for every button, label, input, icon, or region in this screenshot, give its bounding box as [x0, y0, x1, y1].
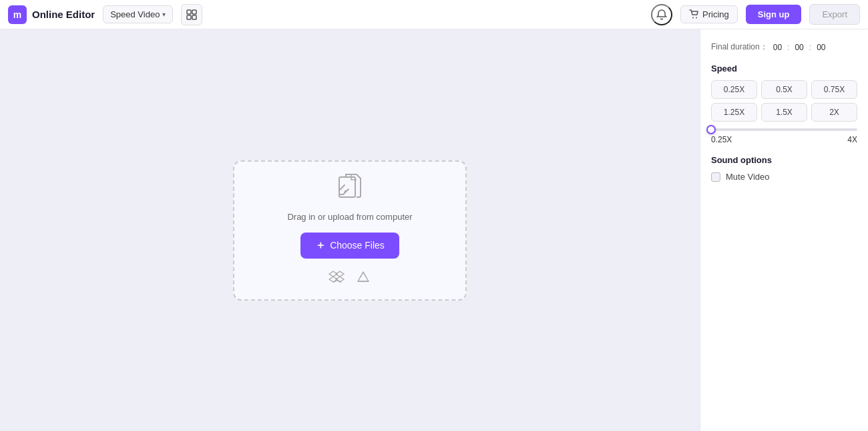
grid-view-button[interactable]: [181, 4, 202, 25]
sound-options-section: Sound options Mute Video: [711, 155, 857, 182]
header: m Online Editor Speed Video ▾: [0, 0, 868, 29]
choose-files-label: Choose Files: [330, 240, 385, 251]
bell-icon: [656, 9, 668, 21]
app-title: Online Editor: [32, 9, 95, 20]
speed-min-label: 0.25X: [711, 135, 732, 144]
duration-seconds: 00: [817, 43, 825, 52]
pricing-button[interactable]: Pricing: [680, 5, 738, 23]
pricing-label: Pricing: [702, 9, 729, 19]
right-panel: Final duration： 00 : 00 : 00 Speed 0.25X…: [700, 29, 868, 431]
upload-file-icon: [335, 172, 365, 201]
chevron-down-icon: ▾: [162, 11, 166, 18]
mute-video-label: Mute Video: [726, 172, 770, 182]
choose-files-button[interactable]: ＋ Choose Files: [300, 233, 399, 259]
speed-buttons-grid: 0.25X 0.5X 0.75X 1.25X 1.5X 2X: [711, 80, 857, 122]
svg-rect-3: [192, 15, 196, 19]
cart-icon: [689, 9, 699, 19]
duration-hours: 00: [773, 43, 782, 52]
speed-slider-container: [711, 128, 857, 131]
speed-range-row: 0.25X 4X: [711, 135, 857, 144]
header-right: Pricing Sign up Export: [651, 4, 860, 25]
speed-btn-075[interactable]: 0.75X: [811, 80, 857, 99]
notification-button[interactable]: [651, 4, 672, 25]
final-duration-row: Final duration： 00 : 00 : 00: [711, 41, 857, 53]
speed-btn-125[interactable]: 1.25X: [711, 103, 757, 122]
svg-rect-2: [187, 15, 191, 19]
speed-max-label: 4X: [847, 135, 857, 144]
speed-btn-2[interactable]: 2X: [811, 103, 857, 122]
export-label: Export: [822, 9, 847, 19]
canvas-area: Drag in or upload from computer ＋ Choose…: [0, 29, 700, 431]
upload-service-icons: [329, 269, 371, 289]
google-drive-icon[interactable]: [355, 269, 371, 289]
final-duration-label: Final duration：: [711, 41, 768, 53]
speed-btn-15[interactable]: 1.5X: [761, 103, 807, 122]
logo-icon: m: [8, 5, 27, 24]
main-content: Drag in or upload from computer ＋ Choose…: [0, 29, 868, 431]
speed-btn-05[interactable]: 0.5X: [761, 80, 807, 99]
speed-section-title: Speed: [711, 63, 857, 74]
plus-icon: ＋: [315, 239, 326, 253]
svg-point-4: [692, 17, 694, 19]
svg-point-5: [696, 17, 697, 19]
duration-sep-1: :: [787, 43, 789, 52]
duration-minutes: 00: [795, 43, 803, 52]
speed-btn-025[interactable]: 0.25X: [711, 80, 757, 99]
sound-section-title: Sound options: [711, 155, 857, 165]
drag-upload-text: Drag in or upload from computer: [287, 212, 412, 222]
grid-icon: [186, 9, 197, 20]
svg-rect-0: [187, 10, 191, 14]
speed-video-label: Speed Video: [110, 9, 160, 19]
dropbox-icon[interactable]: [329, 269, 345, 289]
svg-rect-1: [192, 10, 196, 14]
mute-video-checkbox[interactable]: [711, 172, 720, 182]
signup-button[interactable]: Sign up: [746, 5, 802, 24]
logo-area: m Online Editor: [8, 5, 95, 24]
duration-sep-2: :: [809, 43, 811, 52]
speed-section: Speed 0.25X 0.5X 0.75X 1.25X 1.5X 2X 0.2…: [711, 63, 857, 144]
signup-label: Sign up: [758, 9, 790, 19]
mute-video-row: Mute Video: [711, 172, 857, 182]
speed-video-button[interactable]: Speed Video ▾: [103, 5, 173, 23]
export-button[interactable]: Export: [809, 4, 860, 25]
upload-dropzone[interactable]: Drag in or upload from computer ＋ Choose…: [233, 160, 467, 301]
